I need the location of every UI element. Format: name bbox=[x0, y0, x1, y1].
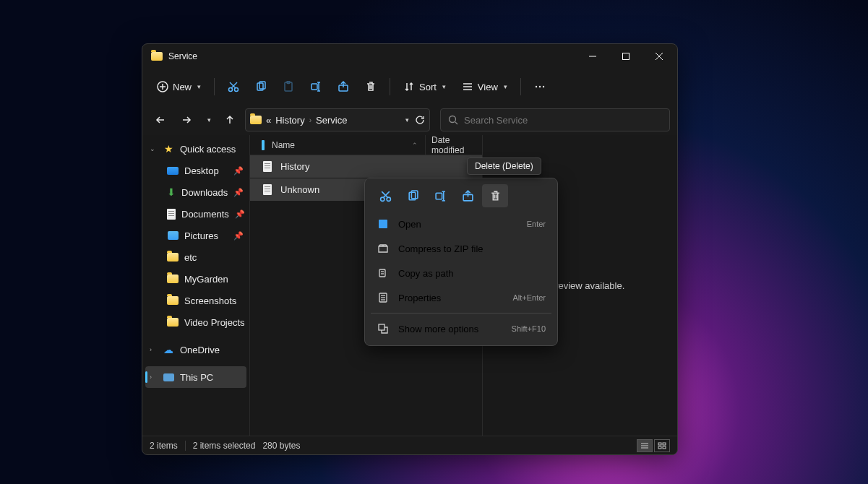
sidebar-quick-access[interactable]: ⌄★Quick access bbox=[142, 138, 249, 160]
sidebar-downloads[interactable]: ⬇Downloads📌 bbox=[142, 181, 249, 203]
svg-point-27 bbox=[543, 86, 544, 87]
pin-icon: 📌 bbox=[235, 209, 245, 219]
svg-point-28 bbox=[450, 116, 456, 123]
address-bar[interactable]: « History › Service ▾ bbox=[245, 108, 430, 131]
svg-rect-36 bbox=[663, 446, 666, 449]
sidebar-mygarden[interactable]: MyGarden bbox=[142, 268, 249, 290]
document-icon bbox=[167, 209, 176, 220]
svg-rect-33 bbox=[658, 443, 661, 445]
ctx-copy-button[interactable] bbox=[400, 184, 426, 207]
open-icon bbox=[377, 218, 390, 230]
download-icon: ⬇ bbox=[167, 186, 176, 198]
details-view-button[interactable] bbox=[637, 439, 653, 452]
breadcrumb-history[interactable]: History bbox=[275, 115, 304, 126]
sidebar-this-pc[interactable]: ›This PC bbox=[145, 366, 246, 388]
delete-tooltip: Delete (Delete) bbox=[467, 157, 541, 175]
context-menu: OpenEnter Compress to ZIP file Copy as p… bbox=[364, 178, 558, 346]
forward-button[interactable] bbox=[176, 109, 197, 131]
share-button[interactable] bbox=[330, 74, 356, 100]
folder-icon bbox=[167, 296, 179, 305]
ctx-share-button[interactable] bbox=[455, 184, 481, 207]
new-label: New bbox=[173, 82, 192, 92]
properties-icon bbox=[377, 292, 390, 303]
paste-button[interactable] bbox=[275, 74, 301, 100]
folder-icon bbox=[167, 253, 179, 262]
folder-icon bbox=[250, 116, 262, 124]
sidebar-etc[interactable]: etc bbox=[142, 246, 249, 268]
ctx-properties[interactable]: PropertiesAlt+Enter bbox=[369, 285, 553, 310]
search-box[interactable] bbox=[440, 108, 670, 131]
titlebar: Service bbox=[142, 44, 677, 69]
status-selected: 2 items selected bbox=[193, 441, 256, 451]
toolbar: New▾ Sort▾ View▾ bbox=[142, 69, 677, 105]
new-button[interactable]: New▾ bbox=[150, 74, 208, 100]
ctx-rename-button[interactable] bbox=[427, 184, 453, 207]
chevron-down-icon[interactable]: ▾ bbox=[405, 116, 409, 124]
star-icon: ★ bbox=[163, 143, 174, 155]
ctx-copy-path[interactable]: Copy as path bbox=[369, 261, 553, 285]
pin-icon: 📌 bbox=[233, 188, 244, 197]
up-button[interactable] bbox=[219, 109, 241, 131]
breadcrumb-service[interactable]: Service bbox=[316, 115, 347, 126]
ctx-cut-button[interactable] bbox=[372, 184, 398, 207]
sidebar-documents[interactable]: Documents📌 bbox=[142, 203, 249, 225]
folder-icon bbox=[167, 275, 179, 283]
search-icon bbox=[448, 115, 458, 125]
sidebar-pictures[interactable]: Pictures📌 bbox=[142, 225, 249, 246]
ctx-open[interactable]: OpenEnter bbox=[369, 212, 553, 236]
search-input[interactable] bbox=[464, 115, 662, 126]
sort-label: Sort bbox=[419, 82, 437, 92]
svg-rect-50 bbox=[379, 220, 387, 228]
back-button[interactable] bbox=[150, 109, 171, 131]
folder-icon bbox=[167, 318, 179, 327]
delete-button[interactable] bbox=[358, 74, 384, 100]
rename-button[interactable] bbox=[303, 74, 329, 100]
recent-button[interactable]: ▾ bbox=[202, 109, 215, 131]
folder-icon bbox=[151, 52, 163, 61]
ctx-delete-button[interactable] bbox=[482, 184, 508, 207]
navbar: ▾ « History › Service ▾ bbox=[142, 105, 677, 135]
svg-rect-15 bbox=[311, 84, 317, 90]
maximize-button[interactable] bbox=[609, 45, 643, 68]
svg-rect-34 bbox=[663, 443, 666, 445]
file-icon bbox=[263, 161, 272, 172]
sidebar-screenshots[interactable]: Screenshots bbox=[142, 290, 249, 311]
thumbnails-view-button[interactable] bbox=[654, 439, 670, 452]
ctx-zip[interactable]: Compress to ZIP file bbox=[369, 236, 553, 261]
ctx-show-more[interactable]: Show more optionsShift+F10 bbox=[369, 316, 553, 341]
view-button[interactable]: View▾ bbox=[455, 74, 515, 100]
sidebar-onedrive[interactable]: ›☁OneDrive bbox=[142, 339, 249, 360]
column-date[interactable]: Date modified bbox=[425, 135, 482, 155]
svg-point-25 bbox=[536, 86, 537, 87]
file-icon bbox=[263, 184, 272, 195]
view-label: View bbox=[478, 82, 498, 92]
breadcrumb-prefix: « bbox=[266, 115, 271, 126]
zip-icon bbox=[377, 243, 390, 254]
sort-button[interactable]: Sort▾ bbox=[396, 74, 453, 100]
sidebar: ⌄★Quick access Desktop📌 ⬇Downloads📌 Docu… bbox=[142, 135, 249, 436]
file-row-history[interactable]: History bbox=[250, 155, 482, 178]
copy-path-icon bbox=[377, 267, 390, 279]
cut-button[interactable] bbox=[220, 74, 246, 100]
status-size: 280 bytes bbox=[262, 441, 300, 451]
cloud-icon: ☁ bbox=[163, 344, 174, 355]
svg-point-26 bbox=[539, 86, 541, 87]
column-name[interactable]: Name⌃ bbox=[250, 140, 425, 150]
pin-icon: 📌 bbox=[233, 231, 244, 241]
copy-button[interactable] bbox=[248, 74, 274, 100]
status-bar: 2 items 2 items selected 280 bytes bbox=[142, 436, 677, 454]
refresh-icon[interactable] bbox=[415, 115, 425, 125]
close-button[interactable] bbox=[643, 45, 676, 68]
svg-rect-35 bbox=[658, 446, 661, 449]
minimize-button[interactable] bbox=[576, 45, 609, 68]
svg-rect-1 bbox=[623, 53, 629, 60]
svg-rect-51 bbox=[379, 269, 385, 277]
status-items: 2 items bbox=[150, 441, 178, 451]
pictures-icon bbox=[168, 231, 179, 240]
more-button[interactable] bbox=[527, 74, 553, 100]
sidebar-desktop[interactable]: Desktop📌 bbox=[142, 160, 249, 181]
more-options-icon bbox=[377, 323, 390, 334]
pc-icon bbox=[163, 373, 174, 381]
sidebar-video-projects[interactable]: Video Projects bbox=[142, 311, 249, 333]
desktop-icon bbox=[167, 167, 179, 175]
